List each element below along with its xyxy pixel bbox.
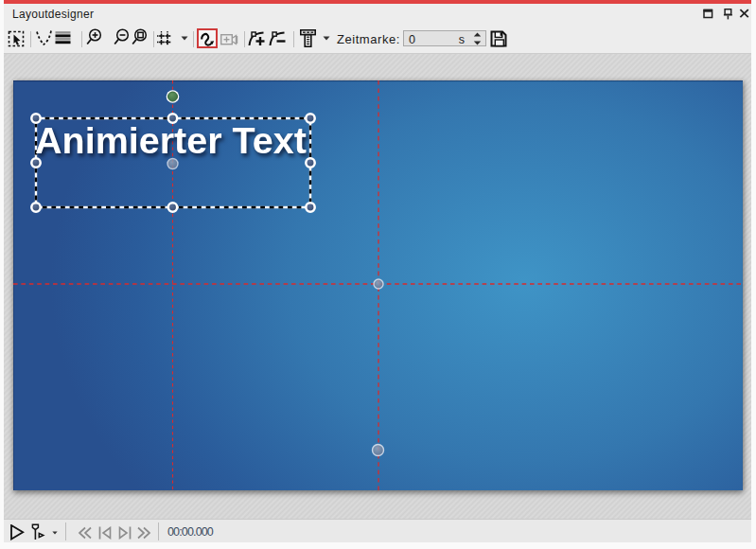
svg-text:Animierter Text: Animierter Text — [35, 119, 307, 161]
